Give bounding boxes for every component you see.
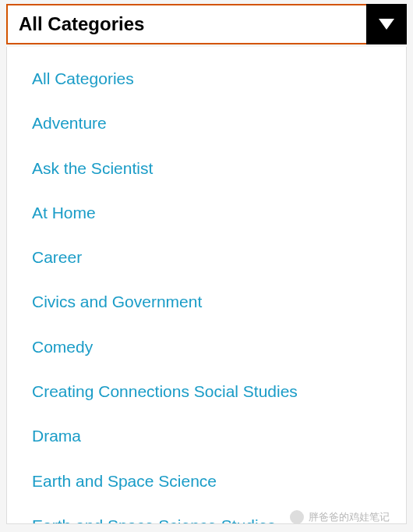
watermark-icon	[290, 510, 304, 524]
dropdown-item[interactable]: Earth and Space Science	[7, 459, 406, 503]
dropdown-selected-label: All Categories	[8, 5, 366, 43]
svg-marker-0	[379, 19, 394, 30]
watermark: 胖爸爸的鸡娃笔记	[290, 510, 390, 524]
dropdown-item[interactable]: Civics and Government	[7, 279, 406, 324]
dropdown-toggle-button[interactable]	[366, 4, 407, 44]
chevron-down-icon	[379, 19, 394, 30]
dropdown-item[interactable]: Drama	[7, 413, 406, 458]
dropdown-header[interactable]: All Categories	[6, 4, 407, 44]
dropdown-item[interactable]: Ask the Scientist	[7, 146, 406, 190]
dropdown-item[interactable]: Career	[7, 235, 406, 279]
dropdown-item[interactable]: At Home	[7, 190, 406, 235]
dropdown-list-panel[interactable]: All Categories Adventure Ask the Scienti…	[6, 47, 407, 524]
watermark-text: 胖爸爸的鸡娃笔记	[309, 510, 390, 524]
category-dropdown: All Categories	[6, 4, 407, 44]
dropdown-item[interactable]: Comedy	[7, 325, 406, 369]
dropdown-item[interactable]: Creating Connections Social Studies	[7, 369, 406, 413]
dropdown-item[interactable]: Adventure	[7, 101, 406, 145]
dropdown-list: All Categories Adventure Ask the Scienti…	[7, 47, 406, 524]
dropdown-item[interactable]: All Categories	[7, 56, 406, 101]
